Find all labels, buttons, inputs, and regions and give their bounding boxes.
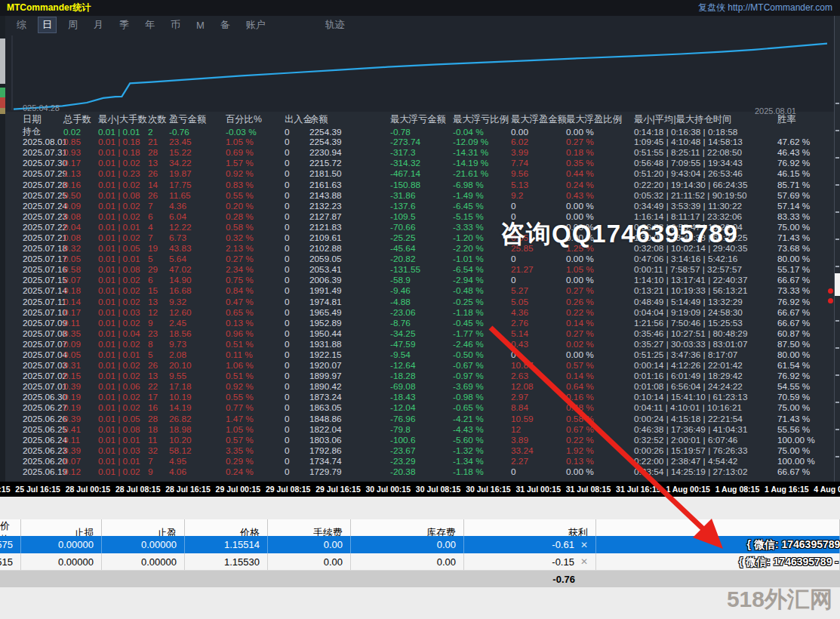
stats-row[interactable]: 2025.06.260.390.01 | 0.052826.821.47 %01… bbox=[0, 414, 840, 424]
stats-row[interactable]: 2025.07.010.390.01 | 0.062217.180.92 %01… bbox=[0, 381, 840, 392]
stats-cell: 1734.74 bbox=[309, 456, 390, 467]
stats-cell: 55.56 % bbox=[777, 424, 840, 435]
stats-cell: 0.01 | 0.04 bbox=[98, 328, 148, 339]
stats-row-position[interactable]: 持仓0.020.01 | 0.012-0.76-0.03 %02254.39-0… bbox=[0, 126, 840, 137]
stats-row[interactable]: 2025.07.080.350.01 | 0.042318.560.96 %01… bbox=[0, 328, 840, 339]
stats-cell: 11 bbox=[148, 435, 169, 445]
stats-row[interactable]: 2025.07.310.930.01 | 0.182815.220.69 %02… bbox=[0, 147, 840, 158]
stats-cell: -76.96 bbox=[390, 414, 453, 424]
axis-tick-label: 28 Jul 08:15 bbox=[115, 485, 161, 494]
stats-cell: 9.32 bbox=[169, 297, 226, 307]
stats-cell: 1952.89 bbox=[309, 318, 390, 328]
stats-cell: -0.97 % bbox=[453, 371, 511, 381]
stats-row[interactable]: 2025.06.250.410.01 | 0.081818.981.05 %01… bbox=[0, 424, 840, 435]
stats-cell: 10.87 bbox=[511, 360, 566, 371]
stats-cell: 0:00:14 | 4:12:26 | 22:01:42 bbox=[634, 360, 777, 371]
stats-cell: 2132.23 bbox=[309, 201, 390, 211]
stats-cell: 10.59 bbox=[511, 414, 566, 424]
menu-item-年[interactable]: 年 bbox=[140, 17, 159, 33]
scrollbar-mark bbox=[835, 320, 839, 322]
stats-cell: 0.47 % bbox=[226, 297, 285, 307]
stats-row[interactable]: 2025.07.160.580.01 | 0.082947.022.34 %02… bbox=[0, 264, 840, 275]
orders-header-row: 价格止损止盈价格手续费库存费获利 bbox=[0, 519, 840, 536]
stats-row[interactable]: 2025.06.230.390.01 | 0.033258.123.35 %01… bbox=[0, 445, 840, 456]
stats-row[interactable]: 2025.06.200.070.01 | 0.0174.950.29 %0173… bbox=[0, 456, 840, 467]
menu-item-周[interactable]: 周 bbox=[63, 17, 82, 33]
menu-item-备[interactable]: 备 bbox=[216, 17, 235, 33]
stats-row[interactable]: 2025.08.010.850.01 | 0.182123.451.05 %02… bbox=[0, 137, 840, 147]
stats-cell: -18.28 bbox=[390, 371, 453, 381]
stats-row[interactable]: 2025.07.170.050.01 | 0.0155.640.27 %0205… bbox=[0, 254, 840, 264]
stats-cell: 1:09:45 | 4:10:48 | 14:58:13 bbox=[634, 137, 777, 147]
stats-row[interactable]: 2025.07.291.130.01 | 0.232619.870.92 %02… bbox=[0, 168, 840, 179]
stats-row[interactable]: 2025.07.150.070.01 | 0.02614.900.75 %020… bbox=[0, 275, 840, 285]
stats-row[interactable]: 2025.07.020.150.01 | 0.02139.550.51 %018… bbox=[0, 371, 840, 381]
menu-item-季[interactable]: 季 bbox=[115, 17, 134, 33]
stats-cell: 0:10:14 | 15:41:10 | 61:23:13 bbox=[634, 392, 777, 402]
stats-cell: 2059.05 bbox=[309, 254, 390, 264]
stats-cell: 75.00 % bbox=[777, 402, 840, 413]
stats-row[interactable]: 2025.07.240.090.01 | 0.0274.360.20 %0213… bbox=[0, 201, 840, 211]
stats-cell: -0.03 % bbox=[226, 127, 285, 137]
stats-row[interactable]: 2025.07.030.310.01 | 0.022620.101.06 %01… bbox=[0, 360, 840, 371]
wechat-watermark-1: { 微信: 1746395789- bbox=[747, 538, 840, 552]
stats-row[interactable]: 2025.07.040.050.01 | 0.0152.080.11 %0192… bbox=[0, 350, 840, 360]
stats-cell: -0.65 % bbox=[453, 402, 511, 413]
axis-tick-label: 1 Aug 08:15 bbox=[715, 485, 760, 494]
menu-item-币[interactable]: 币 bbox=[166, 17, 185, 33]
stats-cell: 0 bbox=[285, 158, 309, 168]
stats-cell: 1:14:10 | 13:17:41 | 22:40:37 bbox=[634, 275, 777, 285]
stats-row[interactable]: 2025.06.300.190.01 | 0.021710.190.55 %01… bbox=[0, 392, 840, 402]
stats-cell: 58.12 bbox=[169, 445, 226, 456]
order-row-selected[interactable]: 55750.000000.000001.155140.000.00-0.61✕ bbox=[0, 536, 840, 553]
stats-row[interactable]: 2025.07.070.090.01 | 0.0289.730.51 %0193… bbox=[0, 339, 840, 350]
stats-row[interactable]: 2025.07.250.500.01 | 0.082611.650.55 %02… bbox=[0, 190, 840, 201]
stats-row[interactable]: 2025.07.280.160.01 | 0.021417.750.83 %02… bbox=[0, 179, 840, 189]
stats-cell: 5.13 bbox=[511, 180, 566, 190]
brand-link[interactable]: 复盘侠 http://MTCommander.com bbox=[698, 2, 832, 14]
scrollbar-thumb[interactable] bbox=[835, 273, 840, 296]
close-order-icon[interactable]: ✕ bbox=[580, 556, 588, 567]
stats-cell: 0 bbox=[285, 201, 309, 211]
scrollbar-mark bbox=[835, 456, 839, 457]
stats-row[interactable]: 2025.07.140.180.01 | 0.021516.680.84 %01… bbox=[0, 285, 840, 296]
stats-cell: 0:05:32 | 21:11:52 | 90:19:50 bbox=[634, 190, 777, 201]
stats-row[interactable]: 2025.06.240.110.01 | 0.011110.200.57 %01… bbox=[0, 435, 840, 445]
stats-cell: -34.25 bbox=[390, 328, 453, 339]
stats-row[interactable]: 2025.06.190.120.01 | 0.0294.060.24 %0172… bbox=[0, 467, 840, 477]
menu-item-轨迹[interactable]: 轨迹 bbox=[321, 17, 349, 33]
stats-cell: 0 bbox=[285, 168, 309, 179]
stats-row[interactable]: 2025.07.100.170.01 | 0.031212.600.65 %01… bbox=[0, 307, 840, 318]
menu-item-M[interactable]: M bbox=[192, 18, 209, 32]
stats-row[interactable]: 2025.07.300.170.01 | 0.021334.221.57 %02… bbox=[0, 158, 840, 168]
stats-cell: 0.24 % bbox=[566, 180, 634, 190]
stats-cell: 0.11 bbox=[63, 435, 98, 445]
stats-cell: 14 bbox=[148, 180, 169, 190]
close-order-icon[interactable]: ✕ bbox=[580, 540, 588, 550]
menu-item-综[interactable]: 综 bbox=[12, 17, 31, 33]
axis-tick-label: 31 Jul 00:15 bbox=[515, 485, 561, 494]
order-cell: -0.15✕ bbox=[464, 553, 596, 570]
axis-tick-label: 30 Jul 16:15 bbox=[466, 485, 511, 494]
stats-row[interactable]: 2025.07.090.110.01 | 0.0292.450.13 %0195… bbox=[0, 318, 840, 328]
stats-cell: 2025.08.01 bbox=[23, 137, 63, 147]
stats-cell: 14.90 bbox=[169, 275, 226, 285]
right-scrollbar[interactable] bbox=[834, 16, 840, 482]
stats-cell: 12.08 bbox=[511, 381, 566, 392]
stats-cell: 1873.24 bbox=[309, 392, 390, 402]
order-row[interactable]: 55150.000000.000001.155300.000.00-0.15✕ bbox=[0, 553, 840, 571]
stats-cell: 0.01 | 0.01 bbox=[98, 350, 148, 360]
stats-cell: 2025.06.27 bbox=[23, 402, 63, 413]
stats-row[interactable]: 2025.07.110.140.01 | 0.02139.320.47 %019… bbox=[0, 297, 840, 307]
stats-cell: 0.11 bbox=[63, 318, 98, 328]
scrollbar-mark bbox=[835, 211, 839, 213]
stats-cell: -4.21 % bbox=[453, 414, 511, 424]
stats-cell: 2053.41 bbox=[309, 264, 390, 275]
stats-row[interactable]: 2025.06.270.190.01 | 0.021614.190.77 %01… bbox=[0, 402, 840, 413]
stats-cell: 0.22 % bbox=[566, 435, 634, 445]
stats-cell: 1.92 % bbox=[566, 445, 634, 456]
menu-item-账户[interactable]: 账户 bbox=[242, 17, 270, 33]
equity-chart[interactable] bbox=[0, 34, 840, 112]
menu-item-日[interactable]: 日 bbox=[38, 17, 57, 33]
menu-item-月[interactable]: 月 bbox=[89, 17, 108, 33]
